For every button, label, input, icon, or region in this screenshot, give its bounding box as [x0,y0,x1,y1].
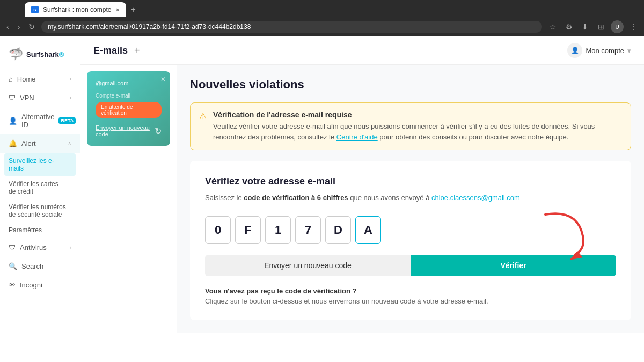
sidebar-subitem-verifier-cartes[interactable]: Vérifier les cartes de crédit [4,176,76,199]
arrow-decoration [535,204,599,270]
chevron-vpn: › [70,95,71,101]
sidebar-subitem-surveiller-emails[interactable]: Surveillez les e-mails [4,153,76,176]
sidebar-label-home: Home [17,75,36,83]
reload-button[interactable]: ↻ [26,21,37,32]
code-char-3[interactable]: 7 [295,216,321,244]
download-icon[interactable]: ⬇ [579,20,591,33]
refresh-icon[interactable]: ↻ [155,126,162,136]
apps-icon[interactable]: ⊞ [595,20,608,33]
sidebar-label-vpn: VPN [20,94,34,102]
logo-icon: 🦈 [9,47,23,61]
email-panel: ✕ @gmail.com Compte e-mail En attente de… [80,65,177,362]
toolbar-icons: ☆ ⚙ ⬇ ⊞ U ⋮ [546,20,640,33]
chevron-alert: ∧ [68,141,71,146]
page-title: Nouvelles violations [190,78,631,92]
sidebar-item-search[interactable]: 🔍 Search [0,257,80,276]
tab-favicon: S [31,6,39,13]
header-left: E-mails + [93,45,140,56]
svg-marker-0 [569,251,583,260]
home-icon: ⌂ [9,75,13,83]
email-card-address: @gmail.com [96,80,162,86]
account-button[interactable]: 👤 Mon compte ▾ [567,43,631,58]
chevron-home: › [70,76,71,82]
main-header: E-mails + 👤 Mon compte ▾ [80,36,644,65]
user-avatar[interactable]: U [611,20,624,33]
tab-close-button[interactable]: ✕ [115,7,120,13]
sidebar-label-incogni: Incogni [20,281,42,289]
no-code-text: Cliquez sur le bouton ci-dessus et nous … [205,297,616,305]
alert-banner: ⚠ Vérification de l'adresse e-mail requi… [190,102,631,150]
new-tab-button[interactable]: + [126,2,140,17]
sidebar: 🦈 Surfshark® ⌂ Home › 🛡 VPN › 👤 Alternat… [0,36,80,362]
add-email-button[interactable]: + [134,45,140,56]
alert-banner-text: Veuillez vérifier votre adresse e-mail a… [213,121,622,142]
vpn-icon: 🛡 [9,94,16,102]
sidebar-label-search: Search [21,262,43,270]
sidebar-item-vpn[interactable]: 🛡 VPN › [0,88,80,107]
alert-content: Vérification de l'adresse e-mail requise… [213,110,622,142]
sidebar-label-altid: Alternative ID [21,113,54,129]
address-bar: ‹ › ↻ ☆ ⚙ ⬇ ⊞ U ⋮ [0,17,644,36]
email-card-footer: Envoyer un nouveau code ↻ [96,124,162,137]
email-card-area: ✕ @gmail.com Compte e-mail En attente de… [80,65,177,152]
sidebar-label-alert: Alert [21,139,36,147]
beta-badge: BETA [58,117,76,124]
window-controls[interactable] [4,12,25,17]
extensions-icon[interactable]: ⚙ [562,20,575,33]
logo: 🦈 Surfshark® [0,43,80,70]
email-card-badge: En attente de vérification [96,102,162,118]
alert-subitems: Surveillez les e-mails Vérifier les cart… [0,153,80,238]
verify-description: Saisissez le code de vérification à 6 ch… [205,193,616,203]
account-icon: 👤 [567,43,582,58]
header-right: 👤 Mon compte ▾ [567,43,631,58]
resend-code-button[interactable]: Envoyer un nouveau code [205,255,411,276]
back-button[interactable]: ‹ [4,21,11,32]
page-section-title: E-mails [93,45,128,56]
url-input[interactable] [41,21,542,33]
antivirus-icon: 🛡 [9,243,16,252]
chevron-antivirus: › [70,245,71,250]
incogni-icon: 👁 [9,281,16,289]
main-area: E-mails + 👤 Mon compte ▾ ✕ @gmail.com [80,36,644,362]
sidebar-subitem-verifier-securite[interactable]: Vérifier les numéros de sécurité sociale [4,200,76,222]
help-center-link[interactable]: Centre d'aide [336,133,378,141]
tab-bar: S Surfshark : mon compte ✕ + [0,0,644,17]
code-char-2[interactable]: 1 [265,216,291,244]
active-tab[interactable]: S Surfshark : mon compte ✕ [25,2,126,17]
no-code-section: Vous n'avez pas reçu le code de vérifica… [205,287,616,305]
main-body: ✕ @gmail.com Compte e-mail En attente de… [80,65,644,362]
verify-box: Vérifiez votre adresse e-mail Saisissez … [190,161,631,320]
sidebar-item-alert[interactable]: 🔔 Alert ∧ [0,134,80,153]
email-card-label: Compte e-mail [96,93,162,99]
email-card: ✕ @gmail.com Compte e-mail En attente de… [87,71,170,146]
search-icon: 🔍 [9,262,17,270]
sidebar-item-home[interactable]: ⌂ Home › [0,70,80,88]
code-char-5[interactable]: A [355,216,381,244]
verify-title: Vérifiez votre adresse e-mail [205,176,616,187]
sidebar-item-antivirus[interactable]: 🛡 Antivirus › [0,238,80,257]
account-label: Mon compte [586,47,624,55]
content-panel: Nouvelles violations ⚠ Vérification de l… [177,65,644,362]
code-char-1[interactable]: F [235,216,261,244]
altid-icon: 👤 [9,117,17,125]
no-code-title: Vous n'avez pas reçu le code de vérifica… [205,287,616,295]
code-char-0[interactable]: 0 [205,216,231,244]
browser-window: S Surfshark : mon compte ✕ + ‹ › ↻ ☆ ⚙ ⬇… [0,0,644,36]
code-char-4[interactable]: D [325,216,351,244]
sidebar-label-antivirus: Antivirus [20,243,47,252]
sidebar-subitem-parametres[interactable]: Paramètres [4,223,76,238]
bookmark-icon[interactable]: ☆ [546,20,559,33]
verify-email: chloe.claessens@gmail.com [431,194,520,202]
alert-icon: 🔔 [9,139,17,147]
app-container: 🦈 Surfshark® ⌂ Home › 🛡 VPN › 👤 Alternat… [0,36,644,362]
alert-warning-icon: ⚠ [199,111,207,121]
tab-title: Surfshark : mon compte [43,6,111,13]
alert-banner-title: Vérification de l'adresse e-mail requise [213,110,622,119]
resend-link[interactable]: Envoyer un nouveau code [96,124,155,137]
verify-bold: code de vérification à 6 chiffres [244,194,348,202]
menu-icon[interactable]: ⋮ [627,20,640,33]
forward-button[interactable]: › [16,21,23,32]
logo-text: Surfshark® [26,50,64,58]
sidebar-item-incogni[interactable]: 👁 Incogni [0,276,80,294]
sidebar-item-alternative-id[interactable]: 👤 Alternative ID BETA [0,107,80,134]
